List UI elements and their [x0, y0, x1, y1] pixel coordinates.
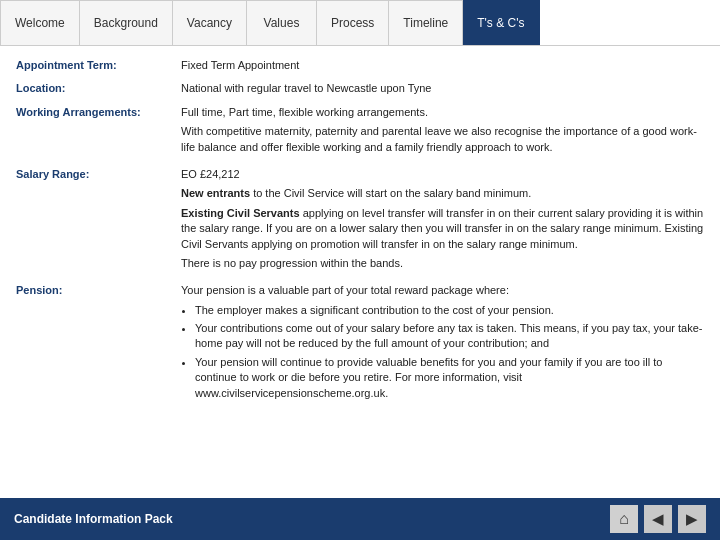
nav-tab-values[interactable]: Values — [247, 0, 317, 45]
info-row-1: Location:National with regular travel to… — [16, 81, 704, 96]
info-value-0: Fixed Term Appointment — [181, 58, 704, 73]
main-content: Appointment Term:Fixed Term AppointmentL… — [0, 46, 720, 498]
footer: Candidate Information Pack ⌂ ◀ ▶ — [0, 498, 720, 540]
info-value-4: Your pension is a valuable part of your … — [181, 283, 704, 404]
nav-tab-background[interactable]: Background — [80, 0, 173, 45]
info-paragraph: Full time, Part time, flexible working a… — [181, 105, 704, 120]
nav-tab-timeline[interactable]: Timeline — [389, 0, 463, 45]
pension-intro: Your pension is a valuable part of your … — [181, 283, 704, 298]
nav-tab-vacancy[interactable]: Vacancy — [173, 0, 247, 45]
info-label-3: Salary Range: — [16, 167, 181, 275]
info-label-1: Location: — [16, 81, 181, 96]
info-paragraph: With competitive maternity, paternity an… — [181, 124, 704, 155]
pension-bullet-2: Your pension will continue to provide va… — [195, 355, 704, 401]
footer-title: Candidate Information Pack — [14, 512, 173, 526]
info-row-2: Working Arrangements:Full time, Part tim… — [16, 105, 704, 159]
info-label-4: Pension: — [16, 283, 181, 404]
salary-intro: EO £24,212 — [181, 167, 704, 182]
nav-tab-process[interactable]: Process — [317, 0, 389, 45]
pension-bullet-1: Your contributions come out of your sala… — [195, 321, 704, 352]
salary-new-entrants: New entrants to the Civil Service will s… — [181, 186, 704, 201]
info-row-0: Appointment Term:Fixed Term Appointment — [16, 58, 704, 73]
pension-bullets: The employer makes a significant contrib… — [195, 303, 704, 401]
info-value-3: EO £24,212New entrants to the Civil Serv… — [181, 167, 704, 275]
info-value-2: Full time, Part time, flexible working a… — [181, 105, 704, 159]
info-label-0: Appointment Term: — [16, 58, 181, 73]
pension-bullet-0: The employer makes a significant contrib… — [195, 303, 704, 318]
back-button[interactable]: ◀ — [644, 505, 672, 533]
info-value-1: National with regular travel to Newcastl… — [181, 81, 704, 96]
salary-existing-servants: Existing Civil Servants applying on leve… — [181, 206, 704, 252]
info-row-3: Salary Range:EO £24,212New entrants to t… — [16, 167, 704, 275]
info-row-4: Pension:Your pension is a valuable part … — [16, 283, 704, 404]
nav-bar: WelcomeBackgroundVacancyValuesProcessTim… — [0, 0, 720, 46]
home-button[interactable]: ⌂ — [610, 505, 638, 533]
forward-button[interactable]: ▶ — [678, 505, 706, 533]
salary-no-progression: There is no pay progression within the b… — [181, 256, 704, 271]
nav-tab-welcome[interactable]: Welcome — [0, 0, 80, 45]
footer-icons: ⌂ ◀ ▶ — [610, 505, 706, 533]
info-label-2: Working Arrangements: — [16, 105, 181, 159]
nav-tab-t-s---c-s[interactable]: T's & C's — [463, 0, 539, 45]
